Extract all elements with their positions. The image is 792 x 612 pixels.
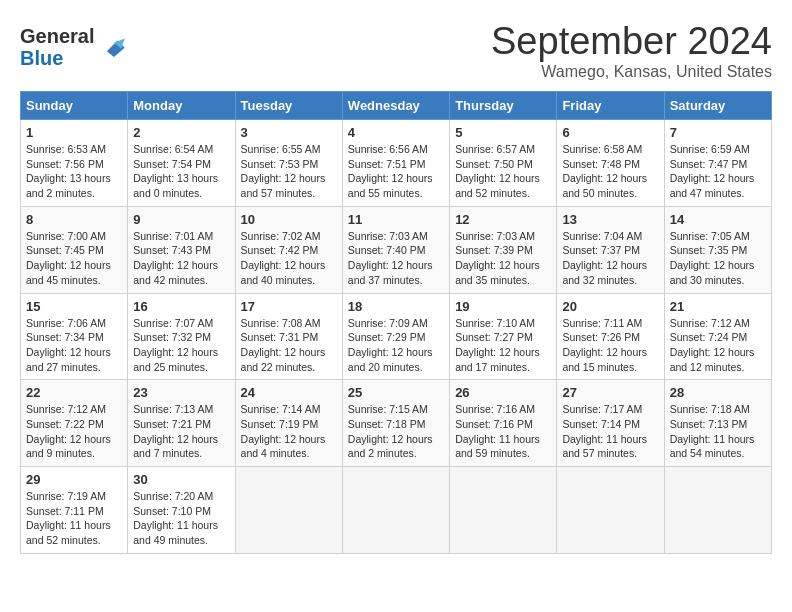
calendar-table: SundayMondayTuesdayWednesdayThursdayFrid… — [20, 91, 772, 554]
calendar-day-cell: 11Sunrise: 7:03 AM Sunset: 7:40 PM Dayli… — [342, 206, 449, 293]
calendar-day-cell: 22Sunrise: 7:12 AM Sunset: 7:22 PM Dayli… — [21, 380, 128, 467]
day-of-week-header: Saturday — [664, 92, 771, 120]
day-info: Sunrise: 6:56 AM Sunset: 7:51 PM Dayligh… — [348, 142, 444, 201]
calendar-week-row: 29Sunrise: 7:19 AM Sunset: 7:11 PM Dayli… — [21, 467, 772, 554]
logo-general: General — [20, 25, 94, 47]
day-info: Sunrise: 7:12 AM Sunset: 7:22 PM Dayligh… — [26, 402, 122, 461]
calendar-day-cell: 12Sunrise: 7:03 AM Sunset: 7:39 PM Dayli… — [450, 206, 557, 293]
logo-blue: Blue — [20, 47, 63, 69]
day-info: Sunrise: 7:08 AM Sunset: 7:31 PM Dayligh… — [241, 316, 337, 375]
page-header: General Blue September 2024 Wamego, Kans… — [20, 20, 772, 81]
calendar-day-cell: 15Sunrise: 7:06 AM Sunset: 7:34 PM Dayli… — [21, 293, 128, 380]
day-number: 29 — [26, 472, 122, 487]
day-info: Sunrise: 7:02 AM Sunset: 7:42 PM Dayligh… — [241, 229, 337, 288]
calendar-day-cell: 13Sunrise: 7:04 AM Sunset: 7:37 PM Dayli… — [557, 206, 664, 293]
day-info: Sunrise: 7:16 AM Sunset: 7:16 PM Dayligh… — [455, 402, 551, 461]
day-info: Sunrise: 7:07 AM Sunset: 7:32 PM Dayligh… — [133, 316, 229, 375]
day-info: Sunrise: 7:10 AM Sunset: 7:27 PM Dayligh… — [455, 316, 551, 375]
day-number: 24 — [241, 385, 337, 400]
calendar-day-cell: 1Sunrise: 6:53 AM Sunset: 7:56 PM Daylig… — [21, 120, 128, 207]
day-number: 15 — [26, 299, 122, 314]
day-number: 2 — [133, 125, 229, 140]
calendar-day-cell: 10Sunrise: 7:02 AM Sunset: 7:42 PM Dayli… — [235, 206, 342, 293]
logo: General Blue — [20, 25, 129, 69]
day-info: Sunrise: 6:57 AM Sunset: 7:50 PM Dayligh… — [455, 142, 551, 201]
calendar-day-cell: 19Sunrise: 7:10 AM Sunset: 7:27 PM Dayli… — [450, 293, 557, 380]
calendar-day-cell: 29Sunrise: 7:19 AM Sunset: 7:11 PM Dayli… — [21, 467, 128, 554]
month-title: September 2024 — [491, 20, 772, 63]
title-section: September 2024 Wamego, Kansas, United St… — [491, 20, 772, 81]
day-number: 14 — [670, 212, 766, 227]
day-number: 21 — [670, 299, 766, 314]
day-of-week-header: Friday — [557, 92, 664, 120]
calendar-day-cell: 24Sunrise: 7:14 AM Sunset: 7:19 PM Dayli… — [235, 380, 342, 467]
day-number: 13 — [562, 212, 658, 227]
calendar-day-cell: 14Sunrise: 7:05 AM Sunset: 7:35 PM Dayli… — [664, 206, 771, 293]
day-number: 30 — [133, 472, 229, 487]
day-number: 20 — [562, 299, 658, 314]
calendar-day-cell: 26Sunrise: 7:16 AM Sunset: 7:16 PM Dayli… — [450, 380, 557, 467]
day-number: 26 — [455, 385, 551, 400]
calendar-day-cell: 30Sunrise: 7:20 AM Sunset: 7:10 PM Dayli… — [128, 467, 235, 554]
day-number: 10 — [241, 212, 337, 227]
calendar-day-cell: 5Sunrise: 6:57 AM Sunset: 7:50 PM Daylig… — [450, 120, 557, 207]
day-of-week-header: Tuesday — [235, 92, 342, 120]
calendar-day-cell — [235, 467, 342, 554]
calendar-day-cell: 16Sunrise: 7:07 AM Sunset: 7:32 PM Dayli… — [128, 293, 235, 380]
day-info: Sunrise: 7:13 AM Sunset: 7:21 PM Dayligh… — [133, 402, 229, 461]
calendar-day-cell: 17Sunrise: 7:08 AM Sunset: 7:31 PM Dayli… — [235, 293, 342, 380]
calendar-day-cell: 25Sunrise: 7:15 AM Sunset: 7:18 PM Dayli… — [342, 380, 449, 467]
day-number: 27 — [562, 385, 658, 400]
day-info: Sunrise: 7:20 AM Sunset: 7:10 PM Dayligh… — [133, 489, 229, 548]
day-info: Sunrise: 7:01 AM Sunset: 7:43 PM Dayligh… — [133, 229, 229, 288]
day-info: Sunrise: 6:53 AM Sunset: 7:56 PM Dayligh… — [26, 142, 122, 201]
day-number: 8 — [26, 212, 122, 227]
day-number: 18 — [348, 299, 444, 314]
day-number: 11 — [348, 212, 444, 227]
day-number: 1 — [26, 125, 122, 140]
day-info: Sunrise: 7:11 AM Sunset: 7:26 PM Dayligh… — [562, 316, 658, 375]
calendar-day-cell: 3Sunrise: 6:55 AM Sunset: 7:53 PM Daylig… — [235, 120, 342, 207]
day-number: 28 — [670, 385, 766, 400]
day-number: 9 — [133, 212, 229, 227]
calendar-day-cell: 8Sunrise: 7:00 AM Sunset: 7:45 PM Daylig… — [21, 206, 128, 293]
day-number: 3 — [241, 125, 337, 140]
day-number: 22 — [26, 385, 122, 400]
day-of-week-header: Sunday — [21, 92, 128, 120]
calendar-week-row: 22Sunrise: 7:12 AM Sunset: 7:22 PM Dayli… — [21, 380, 772, 467]
day-info: Sunrise: 7:04 AM Sunset: 7:37 PM Dayligh… — [562, 229, 658, 288]
day-number: 6 — [562, 125, 658, 140]
calendar-header-row: SundayMondayTuesdayWednesdayThursdayFrid… — [21, 92, 772, 120]
calendar-day-cell: 7Sunrise: 6:59 AM Sunset: 7:47 PM Daylig… — [664, 120, 771, 207]
day-number: 5 — [455, 125, 551, 140]
calendar-day-cell — [342, 467, 449, 554]
location-title: Wamego, Kansas, United States — [491, 63, 772, 81]
calendar-day-cell: 20Sunrise: 7:11 AM Sunset: 7:26 PM Dayli… — [557, 293, 664, 380]
day-number: 19 — [455, 299, 551, 314]
calendar-day-cell — [450, 467, 557, 554]
calendar-day-cell: 27Sunrise: 7:17 AM Sunset: 7:14 PM Dayli… — [557, 380, 664, 467]
day-info: Sunrise: 7:06 AM Sunset: 7:34 PM Dayligh… — [26, 316, 122, 375]
day-info: Sunrise: 7:17 AM Sunset: 7:14 PM Dayligh… — [562, 402, 658, 461]
day-info: Sunrise: 6:55 AM Sunset: 7:53 PM Dayligh… — [241, 142, 337, 201]
calendar-day-cell: 28Sunrise: 7:18 AM Sunset: 7:13 PM Dayli… — [664, 380, 771, 467]
day-number: 17 — [241, 299, 337, 314]
calendar-week-row: 8Sunrise: 7:00 AM Sunset: 7:45 PM Daylig… — [21, 206, 772, 293]
day-info: Sunrise: 7:12 AM Sunset: 7:24 PM Dayligh… — [670, 316, 766, 375]
day-number: 16 — [133, 299, 229, 314]
day-of-week-header: Monday — [128, 92, 235, 120]
day-info: Sunrise: 7:05 AM Sunset: 7:35 PM Dayligh… — [670, 229, 766, 288]
day-info: Sunrise: 7:15 AM Sunset: 7:18 PM Dayligh… — [348, 402, 444, 461]
calendar-day-cell — [557, 467, 664, 554]
day-info: Sunrise: 7:14 AM Sunset: 7:19 PM Dayligh… — [241, 402, 337, 461]
day-info: Sunrise: 7:00 AM Sunset: 7:45 PM Dayligh… — [26, 229, 122, 288]
day-number: 4 — [348, 125, 444, 140]
day-info: Sunrise: 7:19 AM Sunset: 7:11 PM Dayligh… — [26, 489, 122, 548]
calendar-day-cell: 23Sunrise: 7:13 AM Sunset: 7:21 PM Dayli… — [128, 380, 235, 467]
calendar-day-cell — [664, 467, 771, 554]
day-number: 12 — [455, 212, 551, 227]
calendar-day-cell: 6Sunrise: 6:58 AM Sunset: 7:48 PM Daylig… — [557, 120, 664, 207]
day-info: Sunrise: 6:58 AM Sunset: 7:48 PM Dayligh… — [562, 142, 658, 201]
day-number: 23 — [133, 385, 229, 400]
day-number: 25 — [348, 385, 444, 400]
